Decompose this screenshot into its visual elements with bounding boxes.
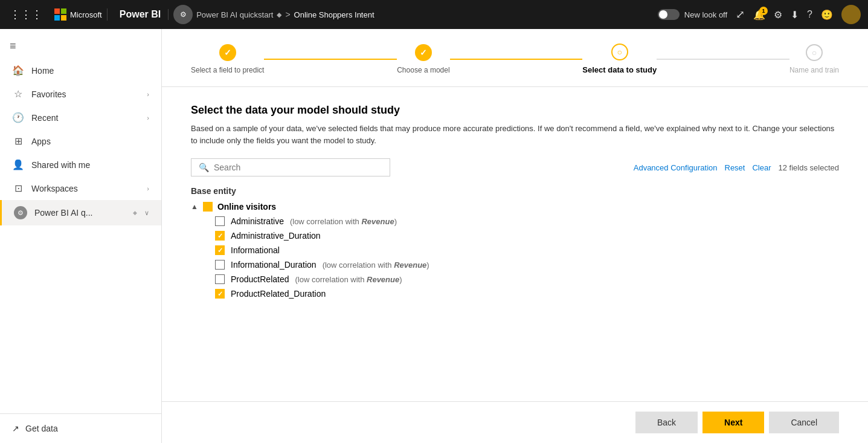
field-checkbox-informational[interactable] xyxy=(215,245,225,255)
wizard-progress: ✓ Select a field to predict ✓ Choose a m… xyxy=(162,29,868,87)
sidebar-item-favorites[interactable]: ☆ Favorites › xyxy=(0,82,161,106)
field-note-product-related: (low correlation with Revenue) xyxy=(295,275,402,284)
step-label-name-train: Name and train xyxy=(789,66,839,74)
expand-icon[interactable]: ⤢ xyxy=(736,8,745,21)
field-checkbox-informational-duration[interactable] xyxy=(215,260,225,270)
breadcrumb-current: Online Shoppers Intent xyxy=(294,10,375,19)
field-name-informational-duration: Informational_Duration xyxy=(231,260,317,270)
sidebar-toggle[interactable]: ≡ xyxy=(0,34,161,59)
new-look-toggle-wrap[interactable]: New look off xyxy=(658,9,727,20)
field-checkbox-product-related[interactable] xyxy=(215,274,225,284)
sidebar-item-recent[interactable]: 🕐 Recent › xyxy=(0,106,161,129)
step-label-select-data: Select data to study xyxy=(582,65,657,74)
help-icon[interactable]: ? xyxy=(807,9,812,20)
chevron-right-icon: › xyxy=(147,91,149,98)
feedback-icon[interactable]: 🙂 xyxy=(821,9,833,21)
footer-buttons: Back Next Cancel xyxy=(162,401,868,443)
get-data-label: Get data xyxy=(25,424,58,433)
user-avatar[interactable] xyxy=(841,5,861,24)
field-name-product-related-duration: ProductRelated_Duration xyxy=(231,289,326,299)
entity-group: ▲ Online visitors Administrative (low co… xyxy=(191,202,839,299)
progress-line-3 xyxy=(657,59,789,60)
new-look-toggle[interactable] xyxy=(658,9,680,20)
powerbi-ai-workspace-icon: ⚙ xyxy=(14,206,27,219)
field-item-product-related: ProductRelated (low correlation with Rev… xyxy=(215,274,839,284)
shared-icon: 👤 xyxy=(12,159,24,170)
field-checkbox-product-related-duration[interactable] xyxy=(215,289,225,299)
main-layout: ≡ 🏠 Home ☆ Favorites › 🕐 Recent › ⊞ Apps… xyxy=(0,29,868,443)
home-icon: 🏠 xyxy=(12,65,24,76)
settings-icon[interactable]: ⚙ xyxy=(774,9,782,21)
apps-icon: ⊞ xyxy=(12,135,24,147)
clear-link[interactable]: Clear xyxy=(752,163,771,172)
sidebar-item-workspaces[interactable]: ⊡ Workspaces › xyxy=(0,176,161,200)
main-content: ✓ Select a field to predict ✓ Choose a m… xyxy=(162,29,868,443)
field-name-administrative-duration: Administrative_Duration xyxy=(231,231,321,241)
entity-header: ▲ Online visitors xyxy=(191,202,839,212)
sidebar-item-home[interactable]: 🏠 Home xyxy=(0,59,161,82)
step-label-choose-model: Choose a model xyxy=(397,66,449,74)
notifications-icon[interactable]: 🔔 1 xyxy=(753,9,765,21)
field-checkbox-administrative[interactable] xyxy=(215,216,225,226)
field-item-administrative-duration: Administrative_Duration xyxy=(215,231,839,241)
step-choose-model: ✓ Choose a model xyxy=(397,44,449,74)
field-name-informational: Informational xyxy=(231,245,280,255)
field-note-informational-duration: (low correlation with Revenue) xyxy=(323,260,429,270)
section-description: Based on a sample of your data, we've se… xyxy=(191,123,839,146)
sidebar-bottom: ↗ Get data xyxy=(0,413,161,443)
get-data-arrow-icon: ↗ xyxy=(12,424,19,433)
step-circle-select-field: ✓ xyxy=(219,44,236,61)
chevron-down-icon: ∨ xyxy=(144,209,149,217)
base-entity-label: Base entity xyxy=(191,186,839,196)
section-title: Select the data your model should study xyxy=(191,104,839,117)
sidebar-item-apps[interactable]: ⊞ Apps xyxy=(0,129,161,153)
field-item-administrative: Administrative (low correlation with Rev… xyxy=(215,216,839,226)
field-item-product-related-duration: ProductRelated_Duration xyxy=(215,289,839,299)
sidebar-item-powerbi-ai[interactable]: ⚙ Power BI AI q... ◆ ∨ xyxy=(0,200,161,225)
toggle-knob xyxy=(659,10,667,19)
field-name-product-related: ProductRelated xyxy=(231,274,289,284)
sidebar-item-apps-label: Apps xyxy=(31,137,149,146)
next-button[interactable]: Next xyxy=(702,412,764,433)
search-row: 🔍 Advanced Configuration Reset Clear 12 … xyxy=(191,158,839,176)
step-circle-name-train: ○ xyxy=(806,44,823,61)
cancel-button[interactable]: Cancel xyxy=(769,412,839,433)
search-box[interactable]: 🔍 xyxy=(191,158,390,176)
field-item-informational-duration: Informational_Duration (low correlation … xyxy=(215,260,839,270)
step-circle-select-data: ○ xyxy=(611,44,628,60)
breadcrumb-diamond-icon: ◆ xyxy=(277,11,281,19)
chevron-right-icon: › xyxy=(147,185,149,192)
sidebar-item-favorites-label: Favorites xyxy=(31,89,140,99)
field-checkbox-administrative-duration[interactable] xyxy=(215,231,225,241)
notif-badge: 1 xyxy=(759,7,768,15)
ms-logo-icon xyxy=(54,8,66,21)
breadcrumb: ⚙ Power BI AI quickstart ◆ > Online Shop… xyxy=(173,5,653,24)
reset-link[interactable]: Reset xyxy=(725,163,745,172)
advanced-config-link[interactable]: Advanced Configuration xyxy=(634,163,718,172)
step-select-field: ✓ Select a field to predict xyxy=(191,44,264,74)
get-data-button[interactable]: ↗ Get data xyxy=(12,424,149,433)
sidebar-item-home-label: Home xyxy=(31,66,149,76)
chevron-right-icon: › xyxy=(147,114,149,121)
progress-line-2 xyxy=(450,59,583,60)
breadcrumb-workspace[interactable]: Power BI AI quickstart xyxy=(196,10,273,19)
content-area: Select the data your model should study … xyxy=(162,87,868,401)
step-circle-choose-model: ✓ xyxy=(415,44,432,61)
sidebar-item-shared[interactable]: 👤 Shared with me xyxy=(0,153,161,176)
sidebar-item-recent-label: Recent xyxy=(31,113,140,123)
search-input[interactable] xyxy=(214,163,382,172)
workspace-avatar[interactable]: ⚙ xyxy=(173,5,193,24)
back-button[interactable]: Back xyxy=(635,412,698,433)
field-list: Administrative (low correlation with Rev… xyxy=(215,216,839,299)
entity-name: Online visitors xyxy=(217,202,276,212)
microsoft-logo[interactable]: Microsoft xyxy=(50,8,108,21)
workspaces-icon: ⊡ xyxy=(12,183,24,194)
sidebar-item-powerbi-ai-label: Power BI AI q... xyxy=(34,208,126,218)
download-icon[interactable]: ⬇ xyxy=(791,9,799,21)
advanced-links: Advanced Configuration Reset Clear 12 fi… xyxy=(634,163,839,172)
waffle-icon[interactable]: ⋮⋮⋮ xyxy=(7,5,45,24)
fields-selected-count: 12 fields selected xyxy=(779,163,839,172)
entity-icon xyxy=(203,202,213,212)
collapse-icon[interactable]: ▲ xyxy=(191,202,198,211)
topnav-right: New look off ⤢ 🔔 1 ⚙ ⬇ ? 🙂 xyxy=(658,5,861,24)
